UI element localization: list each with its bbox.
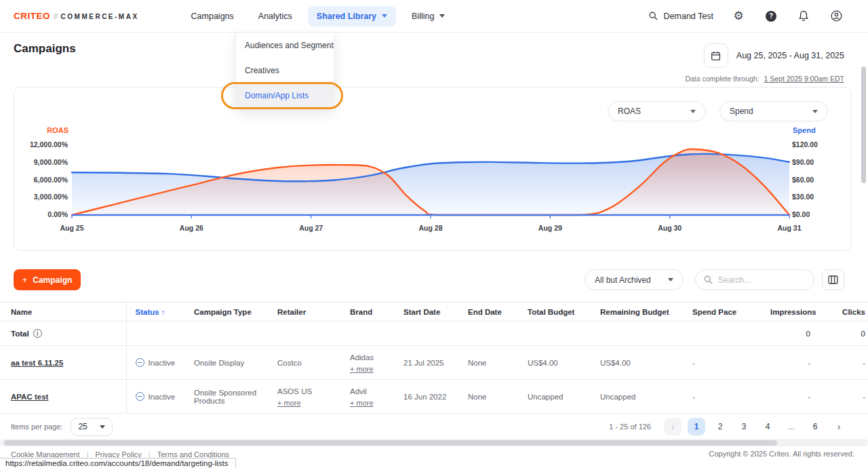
table-row: APAC test Inactive Onsite Sponsored Prod… bbox=[0, 380, 868, 414]
nav-item-analytics[interactable]: Analytics bbox=[250, 6, 301, 26]
campaign-name-link[interactable]: APAC test bbox=[11, 393, 48, 401]
pagination-page-1[interactable]: 1 bbox=[688, 418, 705, 435]
menu-item-creatives[interactable]: Creatives bbox=[236, 58, 334, 83]
pagination-prev-button[interactable]: ‹ bbox=[664, 418, 682, 435]
pagination-controls: 1 - 25 of 126 ‹ 1234...6 › bbox=[609, 418, 848, 435]
right-metric-value: Spend bbox=[730, 106, 753, 116]
spend-pace-cell: - bbox=[684, 346, 762, 380]
horizontal-scrollbar-thumb[interactable] bbox=[4, 440, 777, 446]
start-date-cell: 21 Jul 2025 bbox=[395, 346, 459, 380]
horizontal-scrollbar[interactable] bbox=[0, 439, 868, 446]
notifications-button[interactable] bbox=[796, 9, 811, 24]
nav-item-campaigns[interactable]: Campaigns bbox=[182, 6, 243, 26]
vertical-scrollbar-thumb[interactable] bbox=[861, 66, 866, 183]
column-header-brand[interactable]: Brand bbox=[341, 303, 395, 321]
chevron-down-icon bbox=[690, 110, 696, 113]
nav-item-label: Campaigns bbox=[191, 12, 234, 21]
pagination-next-button[interactable]: › bbox=[830, 418, 848, 435]
account-switcher[interactable]: Demand Test bbox=[649, 12, 713, 21]
column-header-status[interactable]: Status↑ bbox=[126, 303, 185, 321]
retailer-more-link[interactable]: + more bbox=[277, 399, 301, 407]
account-name: Demand Test bbox=[664, 12, 713, 21]
column-header-name[interactable]: Name bbox=[0, 303, 126, 321]
left-metric-value: ROAS bbox=[618, 106, 641, 116]
axis-tick-label: $0.00 bbox=[792, 210, 810, 218]
total-clicks: 0 bbox=[820, 321, 868, 346]
help-button[interactable]: ? bbox=[764, 9, 778, 24]
right-metric-select[interactable]: Spend bbox=[719, 101, 828, 121]
brand-more-link[interactable]: + more bbox=[350, 365, 374, 373]
axis-tick-label: 12,000.00% bbox=[14, 140, 68, 149]
gear-icon: ⚙ bbox=[733, 10, 743, 22]
end-date-cell: None bbox=[459, 346, 519, 380]
clicks-cell: - bbox=[820, 346, 868, 380]
pagination-page-6[interactable]: 6 bbox=[806, 418, 824, 435]
pagination-page-3[interactable]: 3 bbox=[735, 418, 753, 435]
calendar-button[interactable] bbox=[704, 43, 728, 68]
plus-icon: + bbox=[22, 275, 28, 285]
table-row: aa test 6.11.25 Inactive Onsite Display … bbox=[0, 346, 868, 380]
retailer-cell: Costco bbox=[269, 346, 341, 380]
column-header-retailer[interactable]: Retailer bbox=[269, 303, 341, 321]
data-complete-link[interactable]: 1 Sept 2025 9:00am EDT bbox=[764, 75, 845, 83]
column-settings-button[interactable] bbox=[822, 269, 844, 290]
axis-tick-label: $120.00 bbox=[792, 140, 818, 149]
column-header-total-budget[interactable]: Total Budget bbox=[519, 303, 591, 321]
menu-item-domain-app-lists[interactable]: Domain/App Lists bbox=[236, 83, 334, 108]
brand-cell: Adidas bbox=[350, 352, 395, 364]
search-input[interactable] bbox=[718, 275, 800, 285]
profile-button[interactable] bbox=[829, 9, 844, 24]
brand-more-link[interactable]: + more bbox=[350, 399, 374, 407]
x-axis-label: Aug 27 bbox=[299, 224, 323, 232]
date-range-picker: Aug 25, 2025 - Aug 31, 2025 bbox=[704, 43, 844, 68]
add-campaign-label: Campaign bbox=[33, 275, 72, 285]
nav-item-label: Shared Library bbox=[317, 12, 376, 21]
menu-item-audiences-and-segments[interactable]: Audiences and Segments bbox=[236, 33, 334, 58]
nav-item-billing[interactable]: Billing bbox=[403, 6, 454, 26]
logo-product: COMMERCE-MAX bbox=[61, 13, 139, 20]
axis-tick-label: 9,000.00% bbox=[14, 158, 68, 166]
search-icon bbox=[704, 275, 713, 284]
items-per-page-select[interactable]: 25 bbox=[71, 418, 113, 436]
data-complete-note: Data complete through: 1 Sept 2025 9:00a… bbox=[685, 75, 844, 83]
calendar-icon bbox=[711, 51, 721, 61]
page-title: Campaigns bbox=[14, 42, 76, 56]
axis-tick-label: 0.00% bbox=[14, 210, 68, 218]
add-campaign-button[interactable]: + Campaign bbox=[14, 269, 81, 290]
nav-item-shared-library[interactable]: Shared Library bbox=[308, 6, 396, 26]
chevron-down-icon bbox=[668, 278, 673, 281]
column-header-campaign-type[interactable]: Campaign Type bbox=[185, 303, 269, 321]
x-axis-label: Aug 25 bbox=[60, 224, 83, 232]
x-axis-label: Aug 29 bbox=[538, 224, 562, 232]
chevron-down-icon bbox=[812, 110, 818, 113]
column-header-end-date[interactable]: End Date bbox=[459, 303, 519, 321]
pagination-pages: 1234...6 bbox=[688, 418, 824, 435]
spend-pace-cell: - bbox=[684, 380, 762, 414]
nav-items: CampaignsAnalyticsShared LibraryBilling bbox=[182, 6, 454, 26]
brand-cell: Advil bbox=[350, 386, 395, 397]
column-header-spend-pace[interactable]: Spend Pace bbox=[684, 303, 762, 321]
column-header-remaining-budget[interactable]: Remaining Budget bbox=[591, 303, 684, 321]
column-header-clicks[interactable]: Clicks bbox=[820, 303, 868, 321]
campaign-type-cell: Onsite Sponsored Products bbox=[185, 380, 269, 414]
start-date-cell: 16 Jun 2022 bbox=[395, 380, 459, 414]
total-label: Total bbox=[11, 330, 29, 338]
status-badge: Inactive bbox=[149, 393, 176, 401]
chevron-down-icon bbox=[382, 14, 387, 18]
nav-item-label: Analytics bbox=[258, 12, 292, 21]
date-range-value[interactable]: Aug 25, 2025 - Aug 31, 2025 bbox=[736, 51, 844, 60]
criteo-logo[interactable]: CRITEO // COMMERCE-MAX bbox=[14, 11, 139, 21]
campaign-name-link[interactable]: aa test 6.11.25 bbox=[11, 359, 63, 367]
pagination-page-2[interactable]: 2 bbox=[711, 418, 729, 435]
settings-button[interactable]: ⚙ bbox=[731, 9, 746, 24]
column-header-start-date[interactable]: Start Date bbox=[395, 303, 459, 321]
sort-asc-icon: ↑ bbox=[161, 308, 165, 316]
status-filter-select[interactable]: All but Archived bbox=[585, 269, 684, 290]
logo-separator: // bbox=[54, 13, 58, 20]
info-icon[interactable]: i bbox=[33, 329, 42, 338]
pagination-page-4[interactable]: 4 bbox=[759, 418, 776, 435]
table-total-row: Totali 0 0 bbox=[0, 321, 868, 346]
axis-tick-label: 3,000.00% bbox=[14, 193, 68, 201]
left-metric-select[interactable]: ROAS bbox=[608, 101, 706, 121]
column-header-impressions[interactable]: Impressions bbox=[762, 303, 820, 321]
